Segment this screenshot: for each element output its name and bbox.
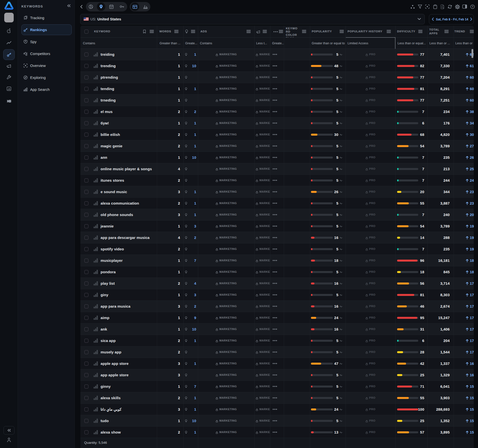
svg-text:?: ?	[472, 5, 473, 8]
